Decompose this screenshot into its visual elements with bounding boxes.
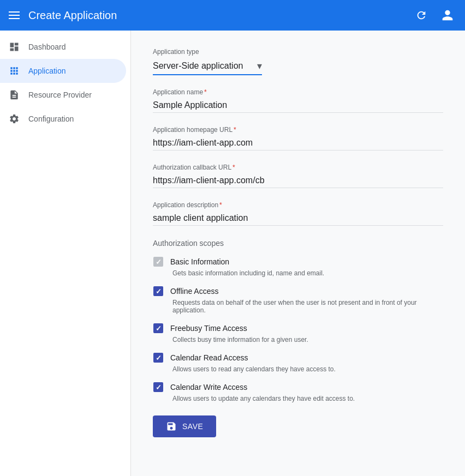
application-type-value: Server-Side application (153, 61, 253, 71)
sidebar-item-application[interactable]: Application (0, 59, 126, 83)
scope-item-calendar-read: ✓Calendar Read AccessAllows users to rea… (153, 352, 443, 373)
scope-checkbox-calendar-read[interactable]: ✓ (153, 352, 164, 363)
application-type-label: Application type (153, 48, 443, 56)
application-description-input[interactable] (153, 211, 443, 226)
save-button[interactable]: SAVE (153, 415, 216, 437)
chevron-down-icon: ▾ (257, 60, 262, 72)
scope-item-calendar-write: ✓Calendar Write AccessAllows users to up… (153, 382, 443, 402)
sidebar-item-application-label: Application (28, 67, 66, 75)
header-icons (413, 7, 456, 24)
application-name-input[interactable] (153, 98, 443, 113)
scope-description-calendar-read: Allows users to read any calendars they … (172, 365, 443, 373)
sidebar-item-configuration[interactable]: Configuration (0, 107, 126, 131)
scope-checkbox-row-freebusy-time: ✓Freebusy Time Access (153, 323, 443, 334)
scope-name-freebusy-time: Freebusy Time Access (170, 324, 247, 333)
authorization-callback-field: Authorization callback URL* (153, 164, 443, 188)
dashboard-icon (9, 41, 20, 52)
scope-checkbox-row-calendar-write: ✓Calendar Write Access (153, 382, 443, 393)
scope-checkbox-basic-info: ✓ (153, 256, 164, 267)
application-name-field: Application name* (153, 88, 443, 113)
layout: Dashboard Application Resource Provider (0, 31, 465, 476)
scopes-list: ✓Basic InformationGets basic information… (153, 256, 443, 402)
scope-description-basic-info: Gets basic information including id, nam… (172, 269, 443, 277)
application-description-label: Application description* (153, 201, 443, 209)
application-homepage-field: Application homepage URL* (153, 126, 443, 150)
scope-description-freebusy-time: Collects busy time information for a giv… (172, 336, 443, 344)
application-homepage-label: Application homepage URL* (153, 126, 443, 134)
sidebar-item-configuration-label: Configuration (28, 115, 74, 123)
resource-provider-icon (9, 89, 20, 100)
main-content: Application type Server-Side application… (131, 31, 465, 476)
scope-checkbox-row-offline-access: ✓Offline Access (153, 286, 443, 297)
scope-checkbox-row-calendar-read: ✓Calendar Read Access (153, 352, 443, 363)
scope-checkbox-offline-access[interactable]: ✓ (153, 286, 164, 297)
application-type-select[interactable]: Server-Side application ▾ (153, 58, 262, 75)
scope-item-offline-access: ✓Offline AccessRequests data on behalf o… (153, 286, 443, 314)
refresh-icon[interactable] (413, 7, 430, 24)
sidebar-item-resource-provider[interactable]: Resource Provider (0, 83, 126, 107)
sidebar-item-dashboard-label: Dashboard (28, 43, 66, 51)
scope-name-calendar-write: Calendar Write Access (170, 383, 247, 391)
sidebar-item-dashboard[interactable]: Dashboard (0, 35, 126, 59)
scope-description-calendar-write: Allows users to update any calendars the… (172, 395, 443, 402)
page-title: Create Application (28, 9, 117, 22)
authorization-callback-input[interactable] (153, 173, 443, 188)
application-homepage-input[interactable] (153, 136, 443, 150)
header-left: Create Application (9, 9, 117, 22)
scope-checkbox-row-basic-info: ✓Basic Information (153, 256, 443, 267)
scope-item-basic-info: ✓Basic InformationGets basic information… (153, 256, 443, 277)
application-type-field: Application type Server-Side application… (153, 48, 443, 75)
save-button-label: SAVE (182, 422, 203, 431)
configuration-icon (9, 113, 20, 124)
scope-checkbox-calendar-write[interactable]: ✓ (153, 382, 164, 393)
authorization-callback-label: Authorization callback URL* (153, 164, 443, 171)
application-description-field: Application description* (153, 201, 443, 226)
scope-item-freebusy-time: ✓Freebusy Time AccessCollects busy time … (153, 323, 443, 344)
sidebar-item-resource-provider-label: Resource Provider (28, 91, 92, 99)
scope-description-offline-access: Requests data on behalf of the user when… (172, 299, 443, 314)
account-icon[interactable] (439, 7, 456, 24)
scope-name-offline-access: Offline Access (170, 287, 218, 296)
scope-name-basic-info: Basic Information (170, 257, 229, 266)
scope-checkbox-freebusy-time[interactable]: ✓ (153, 323, 164, 334)
save-icon (166, 421, 177, 432)
application-icon (9, 65, 20, 76)
authorization-scopes-label: Authorization scopes (153, 239, 443, 248)
application-name-label: Application name* (153, 88, 443, 96)
authorization-scopes-section: Authorization scopes ✓Basic InformationG… (153, 239, 443, 402)
app-header: Create Application (0, 0, 465, 31)
sidebar: Dashboard Application Resource Provider (0, 31, 131, 476)
scope-name-calendar-read: Calendar Read Access (170, 353, 248, 362)
menu-icon[interactable] (9, 11, 20, 19)
